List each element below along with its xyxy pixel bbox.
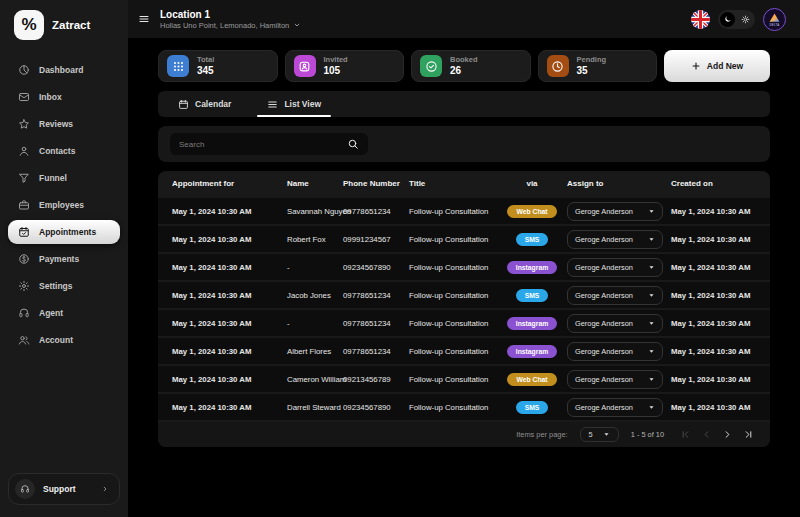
last-page-icon[interactable] xyxy=(743,429,754,440)
table-row: May 1, 2024 10:30 AMDarrell Steward09234… xyxy=(158,392,770,420)
chevron-right-icon xyxy=(101,485,109,493)
hamburger-icon[interactable] xyxy=(138,13,150,25)
brand-name: Zatract xyxy=(52,19,90,31)
location-subtitle: Hollas Uno Point, Lemonado, Hamilton xyxy=(160,21,289,30)
appointments-table: Appointment for Name Phone Number Title … xyxy=(158,171,770,447)
title-cell: Follow-up Consultation xyxy=(409,207,497,216)
sidebar-item-appointments[interactable]: Appointments xyxy=(8,220,120,244)
user-avatar[interactable]: DELTA xyxy=(763,8,786,31)
phone-cell: 09213456789 xyxy=(343,375,409,384)
add-new-button[interactable]: Add New xyxy=(664,50,770,82)
assign-to-value: Geroge Anderson xyxy=(575,263,633,272)
reviews-icon xyxy=(18,118,30,130)
table-body: May 1, 2024 10:30 AMSavannah Nguyen09778… xyxy=(158,196,770,420)
tab-calendar[interactable]: Calendar xyxy=(174,91,235,117)
name-cell: Cameron William xyxy=(287,375,343,384)
location-selector[interactable]: Location 1 Hollas Uno Point, Lemonado, H… xyxy=(160,9,301,30)
assign-to-select[interactable]: Geroge Anderson xyxy=(567,314,663,333)
title-cell: Follow-up Consultation xyxy=(409,319,497,328)
sidebar-item-label: Agent xyxy=(39,308,63,318)
name-cell: Jacob Jones xyxy=(287,291,343,300)
brand-logo-glyph: % xyxy=(21,15,36,35)
col-phone-number: Phone Number xyxy=(343,179,409,188)
assign-to-cell: Geroge Anderson xyxy=(567,398,671,417)
assign-to-value: Geroge Anderson xyxy=(575,291,633,300)
col-assign-to: Assign to xyxy=(567,179,671,188)
chevron-down-icon xyxy=(648,376,655,383)
phone-cell: 09778651234 xyxy=(343,207,409,216)
assign-to-select[interactable]: Geroge Anderson xyxy=(567,230,663,249)
sidebar-item-funnel[interactable]: Funnel xyxy=(8,166,120,190)
pagination-range: 1 - 5 of 10 xyxy=(631,430,664,439)
title-cell: Follow-up Consultation xyxy=(409,235,497,244)
sidebar-item-label: Dashboard xyxy=(39,65,83,75)
assign-to-value: Geroge Anderson xyxy=(575,207,633,216)
topbar: Location 1 Hollas Uno Point, Lemonado, H… xyxy=(128,0,800,38)
col-name: Name xyxy=(287,179,343,188)
items-per-page-label: Items per page: xyxy=(516,430,567,439)
sidebar-item-label: Settings xyxy=(39,281,73,291)
sidebar-item-payments[interactable]: Payments xyxy=(8,247,120,271)
tab-list-view-label: List View xyxy=(284,99,321,109)
search-box[interactable] xyxy=(170,133,368,155)
assign-to-select[interactable]: Geroge Anderson xyxy=(567,342,663,361)
chevron-down-icon xyxy=(648,404,655,411)
assign-to-select[interactable]: Geroge Anderson xyxy=(567,398,663,417)
sidebar-item-settings[interactable]: Settings xyxy=(8,274,120,298)
table-header: Appointment for Name Phone Number Title … xyxy=(158,171,770,196)
sidebar-item-contacts[interactable]: Contacts xyxy=(8,139,120,163)
title-cell: Follow-up Consultation xyxy=(409,403,497,412)
stat-value: 35 xyxy=(577,65,607,77)
assign-to-cell: Geroge Anderson xyxy=(567,342,671,361)
search-input[interactable] xyxy=(179,140,347,149)
previous-page-icon[interactable] xyxy=(701,429,712,440)
table-row: May 1, 2024 10:30 AM-09234567890Follow-u… xyxy=(158,252,770,280)
col-title: Title xyxy=(409,179,497,188)
assign-to-select[interactable]: Geroge Anderson xyxy=(567,370,663,389)
invited-icon xyxy=(298,60,311,73)
sidebar-item-dashboard[interactable]: Dashboard xyxy=(8,58,120,82)
appointments-icon xyxy=(18,226,30,238)
sidebar-item-employees[interactable]: Employees xyxy=(8,193,120,217)
assign-to-select[interactable]: Geroge Anderson xyxy=(567,286,663,305)
via-cell: SMS xyxy=(497,233,567,246)
appointment-for-cell: May 1, 2024 10:30 AM xyxy=(172,263,287,272)
assign-to-select[interactable]: Geroge Anderson xyxy=(567,202,663,221)
stat-card-booked: Booked26 xyxy=(411,50,531,82)
employees-icon xyxy=(18,199,30,211)
chevron-down-icon xyxy=(648,292,655,299)
search-icon[interactable] xyxy=(347,138,359,150)
sidebar-item-label: Payments xyxy=(39,254,79,264)
sidebar-item-inbox[interactable]: Inbox xyxy=(8,85,120,109)
next-page-icon[interactable] xyxy=(722,429,733,440)
language-flag-icon[interactable] xyxy=(691,10,710,29)
title-cell: Follow-up Consultation xyxy=(409,375,497,384)
pager-controls xyxy=(680,429,754,440)
sidebar-item-account[interactable]: Account xyxy=(8,328,120,352)
brand-logo-icon: % xyxy=(14,10,44,40)
col-via: via xyxy=(497,179,567,188)
created-on-cell: May 1, 2024 10:30 AM xyxy=(671,403,756,412)
via-cell: Instagram xyxy=(497,317,567,330)
first-page-icon[interactable] xyxy=(680,429,691,440)
assign-to-cell: Geroge Anderson xyxy=(567,230,671,249)
clock-icon xyxy=(547,55,569,77)
via-badge: SMS xyxy=(516,233,549,246)
theme-toggle[interactable] xyxy=(718,10,755,29)
name-cell: - xyxy=(287,319,343,328)
items-per-page-select[interactable]: 5 xyxy=(580,427,619,442)
support-button[interactable]: Support xyxy=(8,473,120,505)
assign-to-cell: Geroge Anderson xyxy=(567,314,671,333)
sidebar-item-agent[interactable]: Agent xyxy=(8,301,120,325)
sidebar: % Zatract DashboardInboxReviewsContactsF… xyxy=(0,0,128,517)
tab-list-view[interactable]: List View xyxy=(263,91,325,117)
funnel-icon xyxy=(18,172,30,184)
stat-label: Total xyxy=(197,56,214,65)
agent-icon xyxy=(18,307,30,319)
assign-to-select[interactable]: Geroge Anderson xyxy=(567,258,663,277)
via-badge: Instagram xyxy=(507,317,557,330)
sidebar-item-reviews[interactable]: Reviews xyxy=(8,112,120,136)
stats-row: Total345Invited105Booked26Pending35 Add … xyxy=(158,50,770,82)
via-badge: Web Chat xyxy=(507,373,556,386)
sidebar-item-label: Contacts xyxy=(39,146,75,156)
